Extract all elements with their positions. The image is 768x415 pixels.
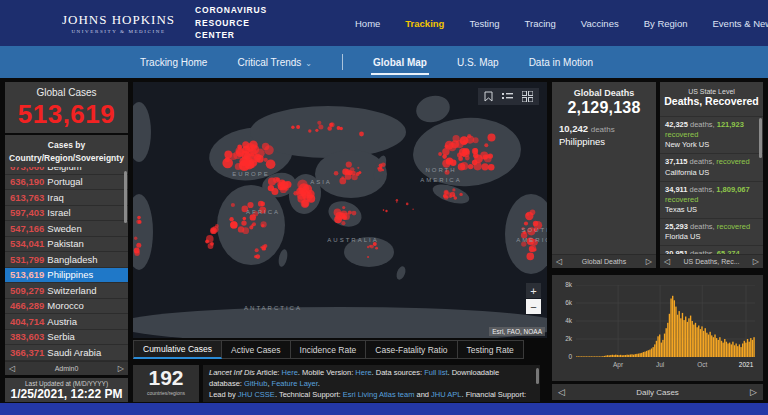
pager-prev-icon[interactable]: ◁ — [558, 387, 565, 397]
pager-prev-icon[interactable]: ◁ — [9, 365, 15, 373]
daily-cases-bar — [685, 317, 686, 358]
nav-item-events-news[interactable]: Events & News — [713, 18, 768, 29]
us-list-scrollbar[interactable] — [759, 118, 762, 158]
source-link[interactable]: NSF — [228, 401, 242, 402]
world-map[interactable]: EUROPEASIAAFRICAAUSTRALIANORTH AMERICASO… — [133, 82, 547, 338]
sources-scrollbar[interactable] — [536, 368, 539, 384]
daily-cases-bar — [662, 340, 663, 357]
source-link[interactable]: Here — [355, 368, 371, 377]
source-link[interactable]: Esri Living Atlas team — [343, 390, 415, 399]
us-state-row-florida-us[interactable]: 25,293 deaths, recoveredFlorida US — [660, 218, 763, 245]
source-text: and — [414, 390, 431, 399]
brand-line1: CORONAVIRUS — [195, 4, 267, 17]
country-row-philippines[interactable]: 513,619Philippines — [5, 268, 128, 284]
y-tick-label: 0 — [554, 353, 572, 360]
legend-icon[interactable] — [502, 92, 513, 102]
country-row-austria[interactable]: 404,714Austria — [5, 314, 128, 330]
nav-item-by-region[interactable]: By Region — [644, 18, 688, 29]
subnav-item-u-s-map[interactable]: U.S. Map — [457, 57, 499, 68]
country-name: Belgium — [47, 167, 81, 172]
country-row-sweden[interactable]: 547,166Sweden — [5, 221, 128, 237]
daily-cases-bar — [735, 344, 736, 358]
source-link[interactable]: GitHub — [244, 379, 267, 388]
country-row-saudi-arabia[interactable]: 366,371Saudi Arabia — [5, 345, 128, 361]
daily-cases-bar — [659, 335, 660, 358]
case-cluster-dot — [481, 163, 488, 170]
source-link[interactable]: JHU APL — [431, 390, 461, 399]
pager-label: Daily Cases — [636, 388, 679, 397]
pager-next-icon[interactable]: ▷ — [646, 258, 652, 266]
nav-item-home[interactable]: Home — [355, 18, 380, 29]
source-link[interactable]: Feature Layer — [272, 379, 318, 388]
source-link[interactable]: JHU — [209, 401, 224, 402]
country-row-bangladesh[interactable]: 531,799Bangladesh — [5, 252, 128, 268]
pager-prev-icon[interactable]: ◁ — [664, 258, 670, 266]
daily-cases-bar — [692, 321, 693, 357]
pager-next-icon[interactable]: ▷ — [118, 365, 124, 373]
us-state-row-new-jersey-us[interactable]: 20,951 deaths, 65,274 recoveredNew Jerse… — [660, 245, 763, 254]
daily-cases-bar — [734, 345, 735, 357]
country-row-pakistan[interactable]: 534,041Pakistan — [5, 237, 128, 253]
subnav-item-data-in-motion[interactable]: Data in Motion — [529, 57, 593, 68]
selected-country-deaths[interactable]: 10,242 deaths Philippines — [552, 117, 656, 149]
daily-cases-bar — [615, 355, 616, 357]
country-row-switzerland[interactable]: 509,279Switzerland — [5, 283, 128, 299]
map-tab-case-fatality-ratio[interactable]: Case-Fatality Ratio — [366, 340, 457, 359]
case-cluster-dot — [341, 221, 345, 225]
us-state-row-california-us[interactable]: 37,115 deaths, recoveredCalifornia US — [660, 153, 763, 180]
pager-next-icon[interactable]: ▷ — [753, 258, 759, 266]
source-link[interactable]: Full list — [424, 368, 447, 377]
jhu-logo[interactable]: Johns Hopkins University & Medicine — [62, 12, 175, 34]
subnav-item-tracking-home[interactable]: Tracking Home — [140, 57, 207, 68]
daily-cases-bar — [750, 338, 751, 357]
site-brand[interactable]: CORONAVIRUS RESOURCE CENTER — [195, 4, 267, 42]
daily-cases-bar — [696, 327, 697, 357]
daily-cases-bar — [674, 300, 675, 357]
map-tab-incidence-rate[interactable]: Incidence Rate — [291, 340, 367, 359]
subnav-item-critical-trends[interactable]: Critical Trends⌄ — [237, 57, 312, 68]
country-cases-value: 509,279 — [10, 285, 44, 296]
source-link[interactable]: JHU CSSE — [238, 390, 275, 399]
daily-cases-bar — [727, 344, 728, 358]
country-row-belgium[interactable]: 673,060Belgium — [5, 167, 128, 175]
country-row-iraq[interactable]: 613,763Iraq — [5, 190, 128, 206]
nav-item-tracing[interactable]: Tracing — [525, 18, 556, 29]
country-cases-value: 531,799 — [10, 254, 44, 265]
pager-prev-icon[interactable]: ◁ — [556, 258, 562, 266]
nav-item-tracking[interactable]: Tracking — [405, 18, 444, 29]
sources-line: Lead by JHU CSSE. Technical Support: Esr… — [209, 390, 532, 402]
zoom-in-button[interactable]: + — [526, 283, 541, 298]
daily-cases-bar — [747, 339, 748, 357]
country-name: Iraq — [47, 192, 63, 203]
map-tab-active-cases[interactable]: Active Cases — [222, 340, 291, 359]
map-tab-testing-rate[interactable]: Testing Rate — [458, 340, 524, 359]
bookmark-icon[interactable] — [484, 91, 493, 102]
nav-item-vaccines[interactable]: Vaccines — [581, 18, 619, 29]
cases-list-scrollbar[interactable] — [124, 171, 127, 223]
daily-cases-bar — [646, 351, 647, 357]
country-row-israel[interactable]: 597,403Israel — [5, 206, 128, 222]
map-tab-cumulative-cases[interactable]: Cumulative Cases — [133, 340, 222, 359]
daily-cases-bar — [628, 355, 629, 357]
nav-item-testing[interactable]: Testing — [469, 18, 499, 29]
source-link[interactable]: Stavros Niarchos Foundation — [349, 401, 446, 402]
brand-line2: RESOURCE CENTER — [195, 17, 267, 43]
data-sources-text: Lancet Inf Dis Article: Here. Mobile Ver… — [209, 368, 532, 402]
country-cases-value: 547,166 — [10, 223, 44, 234]
us-state-row-texas-us[interactable]: 34,911 deaths, 1,809,067 recoveredTexas … — [660, 181, 763, 218]
source-link[interactable]: Here — [282, 368, 298, 377]
country-row-morocco[interactable]: 466,289Morocco — [5, 299, 128, 315]
case-cluster-dot — [297, 190, 307, 200]
us-state-row-new-york-us[interactable]: 42,325 deaths, 121,923 recoveredNew York… — [660, 116, 763, 153]
last-updated-label: Last Updated at (M/D/YYYY) — [5, 380, 128, 387]
zoom-out-button[interactable]: − — [526, 299, 541, 314]
case-cluster-dot — [342, 215, 347, 220]
daily-cases-bar — [740, 347, 741, 357]
country-row-portugal[interactable]: 636,190Portugal — [5, 175, 128, 191]
pager-next-icon[interactable]: ▷ — [750, 387, 757, 397]
daily-cases-bar — [718, 340, 719, 357]
source-link[interactable]: Bloomberg Philanthropies — [246, 401, 332, 402]
basemap-icon[interactable] — [522, 91, 533, 102]
subnav-item-global-map[interactable]: Global Map — [373, 57, 427, 68]
country-row-serbia[interactable]: 383,603Serbia — [5, 330, 128, 346]
